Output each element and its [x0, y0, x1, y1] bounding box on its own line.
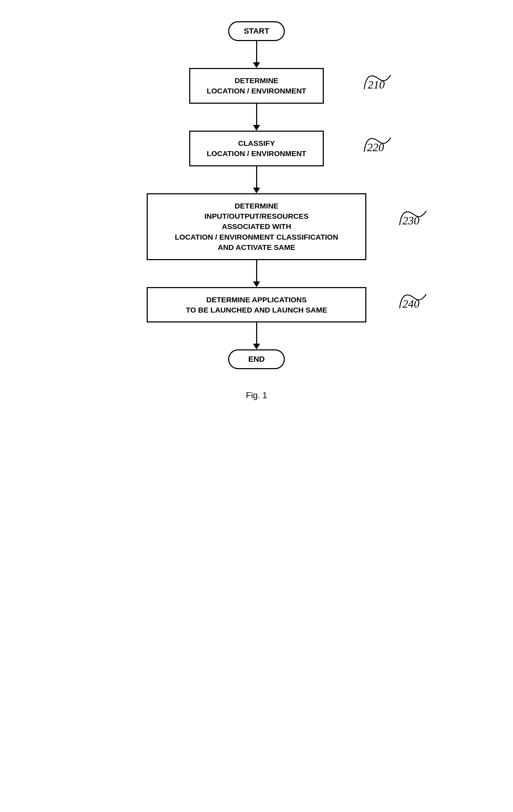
- step-220-node: CLASSIFYLOCATION / ENVIRONMENT: [189, 131, 324, 166]
- arrow-3: [253, 188, 260, 193]
- step-240-wrapper: DETERMINE APPLICATIONSTO BE LAUNCHED AND…: [0, 287, 513, 323]
- connector-4: [253, 260, 260, 287]
- step-220-label: CLASSIFYLOCATION / ENVIRONMENT: [207, 139, 306, 158]
- figure-label: Fig. 1: [246, 390, 267, 400]
- arrow-2: [253, 125, 260, 131]
- step-240-node: DETERMINE APPLICATIONSTO BE LAUNCHED AND…: [147, 287, 366, 323]
- ref-230: 230: [396, 207, 439, 230]
- start-label: START: [244, 27, 269, 35]
- connector-5: [253, 322, 260, 349]
- ref-240-svg: 240: [396, 291, 439, 312]
- step-240-label: DETERMINE APPLICATIONSTO BE LAUNCHED AND…: [186, 296, 327, 314]
- ref-240: 240: [396, 291, 439, 313]
- end-node-wrapper: END: [0, 349, 513, 369]
- arrow-1: [253, 62, 260, 68]
- step-210-node: DETERMINELOCATION / ENVIRONMENT: [189, 68, 324, 104]
- ref-210-svg: 210: [361, 72, 403, 93]
- step-230-node: DETERMINEINPUT/OUTPUT/RESOURCESASSOCIATE…: [147, 193, 366, 260]
- step-220-wrapper: CLASSIFYLOCATION / ENVIRONMENT 220: [0, 131, 513, 166]
- line-4: [256, 260, 257, 281]
- line-3: [256, 166, 257, 188]
- arrow-5: [253, 344, 260, 349]
- ref-220: 220: [361, 134, 403, 157]
- connector-3: [253, 166, 260, 193]
- ref-210: 210: [361, 72, 403, 94]
- svg-text:210: 210: [368, 78, 385, 91]
- svg-text:240: 240: [402, 297, 419, 310]
- step-230-wrapper: DETERMINEINPUT/OUTPUT/RESOURCESASSOCIATE…: [0, 193, 513, 260]
- line-5: [256, 322, 257, 344]
- svg-text:220: 220: [367, 141, 384, 154]
- ref-230-svg: 230: [396, 207, 439, 229]
- connector-1: [253, 41, 260, 68]
- line-2: [256, 104, 257, 125]
- end-node: END: [228, 349, 285, 369]
- ref-220-svg: 220: [361, 134, 403, 155]
- step-210-label: DETERMINELOCATION / ENVIRONMENT: [207, 76, 306, 95]
- start-node-wrapper: START: [0, 21, 513, 41]
- arrow-4: [253, 281, 260, 287]
- end-label: END: [248, 355, 265, 364]
- svg-text:230: 230: [402, 214, 419, 227]
- line-1: [256, 41, 257, 62]
- step-210-wrapper: DETERMINELOCATION / ENVIRONMENT 210: [0, 68, 513, 104]
- step-230-label: DETERMINEINPUT/OUTPUT/RESOURCESASSOCIATE…: [175, 202, 338, 252]
- fig-title: Fig. 1: [246, 390, 267, 400]
- flowchart-diagram: START DETERMINELOCATION / ENVIRONMENT 21…: [0, 0, 513, 400]
- start-node: START: [228, 21, 285, 41]
- connector-2: [253, 104, 260, 131]
